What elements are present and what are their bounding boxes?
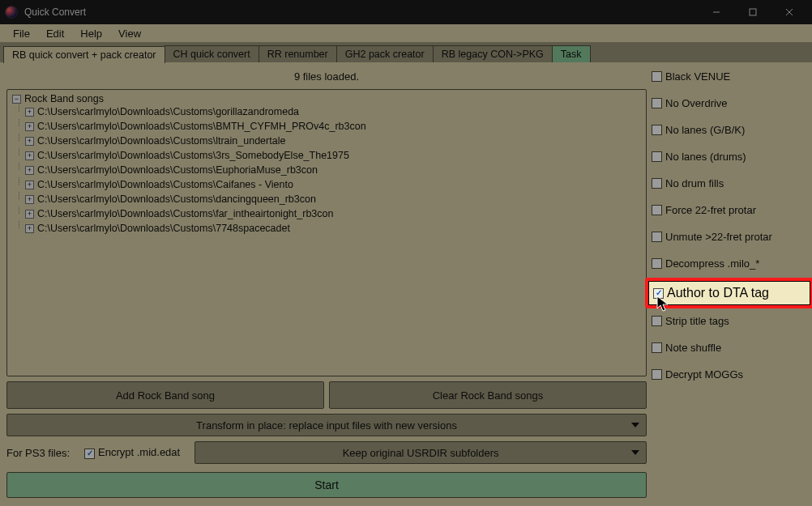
option-label: Note shuffle <box>665 342 721 354</box>
tree-view[interactable]: −Rock Band songs+C:\Users\carlmylo\Downl… <box>6 89 647 376</box>
tree-item[interactable]: +C:\Users\carlmylo\Downloads\Customs\ltr… <box>12 134 641 148</box>
tree-expand-icon[interactable]: + <box>25 166 34 175</box>
checkbox-force_22fret[interactable] <box>652 205 662 215</box>
maximize-button[interactable] <box>734 1 771 23</box>
option-label: Strip title tags <box>665 315 729 327</box>
option-no_lanes_drums[interactable]: No lanes (drums) <box>652 151 806 163</box>
tree-expand-icon[interactable]: + <box>25 122 34 131</box>
menu-view[interactable]: View <box>110 26 149 41</box>
subfolder-value: Keep original USRDIR subfolders <box>343 447 499 459</box>
tab-rb-legacy-con-pkg[interactable]: RB legacy CON->PKG <box>433 45 553 62</box>
option-label: No drum fills <box>665 177 724 189</box>
option-label: Unmute >22-fret protar <box>665 231 772 243</box>
checkbox-strip_title[interactable] <box>652 316 662 326</box>
option-label: No lanes (G/B/K) <box>665 124 745 136</box>
tree-item-label: C:\Users\carlmylo\Downloads\Customs\Caif… <box>37 177 293 192</box>
option-no_lanes_gbk[interactable]: No lanes (G/B/K) <box>652 124 806 136</box>
tree-expand-icon[interactable]: + <box>25 195 34 204</box>
tree-item[interactable]: +C:\Users\carlmylo\Downloads\Customs\Eup… <box>12 163 641 177</box>
menu-edit[interactable]: Edit <box>38 26 72 41</box>
tree-item[interactable]: +C:\Users\carlmylo\Downloads\Customs\Cai… <box>12 177 641 192</box>
tab-task[interactable]: Task <box>552 45 591 62</box>
tab-ch-quick-convert[interactable]: CH quick convert <box>165 45 259 62</box>
option-note_shuffle[interactable]: Note shuffle <box>652 342 806 354</box>
menu-file[interactable]: File <box>5 26 38 41</box>
tab-rr-renumber[interactable]: RR renumber <box>259 45 337 62</box>
app-icon <box>5 6 18 19</box>
option-label: No Overdrive <box>665 97 728 109</box>
option-no_drum_fills[interactable]: No drum fills <box>652 177 806 189</box>
transform-label: Transform in place: replace input files … <box>196 419 457 432</box>
encrypt-checkbox[interactable] <box>84 449 95 459</box>
tree-item-label: C:\Users\carlmylo\Downloads\Customs\gori… <box>37 104 299 119</box>
tree-expand-icon[interactable]: + <box>25 224 34 233</box>
checkbox-no_overdrive[interactable] <box>652 98 662 108</box>
option-no_overdrive[interactable]: No Overdrive <box>652 97 806 109</box>
tree-item[interactable]: +C:\Users\carlmylo\Downloads\Customs\3rs… <box>12 148 641 163</box>
titlebar: Quick Convert <box>0 0 812 24</box>
clear-songs-button[interactable]: Clear Rock Band songs <box>329 381 647 409</box>
option-decompress_milo[interactable]: Decompress .milo_* <box>652 257 806 270</box>
transform-dropdown[interactable]: Transform in place: replace input files … <box>6 414 647 436</box>
option-label: No lanes (drums) <box>665 151 746 163</box>
option-label: Author to DTA tag <box>667 286 769 300</box>
tree-item[interactable]: +C:\Users\carlmylo\Downloads\Customs\BMT… <box>12 119 641 134</box>
checkbox-black_venue[interactable] <box>652 71 662 82</box>
option-unmute_22fret[interactable]: Unmute >22-fret protar <box>652 231 806 243</box>
tree-item[interactable]: +C:\Users\carlmylo\Downloads\Customs\far… <box>12 206 641 221</box>
option-decrypt_moggs[interactable]: Decrypt MOGGs <box>652 368 806 381</box>
tree-expand-icon[interactable]: + <box>25 108 34 117</box>
tab-gh2-pack-creator[interactable]: GH2 pack creator <box>336 45 434 62</box>
option-label: Force 22-fret protar <box>665 204 756 216</box>
ps3-label: For PS3 files: <box>6 447 70 459</box>
start-button[interactable]: Start <box>6 472 647 498</box>
option-label: Decrypt MOGGs <box>665 368 743 381</box>
option-strip_title[interactable]: Strip title tags <box>652 315 806 327</box>
tree-expand-icon[interactable]: + <box>25 181 34 189</box>
encrypt-label: Encrypt .mid.edat <box>98 446 180 458</box>
add-song-button[interactable]: Add Rock Band song <box>6 381 324 409</box>
checkbox-decompress_milo[interactable] <box>652 258 662 269</box>
status-line: 9 files loaded. <box>6 67 647 84</box>
svg-rect-1 <box>750 9 756 15</box>
tree-expand-icon[interactable]: + <box>25 210 34 219</box>
tree-item-label: C:\Users\carlmylo\Downloads\Customs\Euph… <box>37 163 318 177</box>
menubar: File Edit Help View <box>0 24 812 42</box>
tree-expand-icon[interactable]: + <box>25 137 34 146</box>
window-title: Quick Convert <box>24 6 698 18</box>
minimize-button[interactable] <box>698 1 734 23</box>
menu-help[interactable]: Help <box>72 26 110 41</box>
close-button[interactable] <box>771 1 807 23</box>
tree-root-label: Rock Band songs <box>24 93 104 104</box>
checkbox-decrypt_moggs[interactable] <box>652 369 662 380</box>
encrypt-checkbox-row[interactable]: Encrypt .mid.edat <box>84 446 180 458</box>
tree-item[interactable]: +C:\Users\carlmylo\Downloads\Customs\dan… <box>12 192 641 206</box>
tree-expand-icon[interactable]: + <box>25 151 34 160</box>
subfolder-dropdown[interactable]: Keep original USRDIR subfolders <box>194 441 647 464</box>
tab-rb-quick-convert-pack-creator[interactable]: RB quick convert + pack creator <box>3 46 165 63</box>
checkbox-no_lanes_gbk[interactable] <box>652 125 662 135</box>
checkbox-no_lanes_drums[interactable] <box>652 151 662 162</box>
checkbox-note_shuffle[interactable] <box>652 342 662 353</box>
checkbox-unmute_22fret[interactable] <box>652 232 662 242</box>
option-label: Decompress .milo_* <box>665 257 759 270</box>
tree-item-label: C:\Users\carlmylo\Downloads\Customs\danc… <box>37 192 316 206</box>
tree-item-label: C:\Users\carlmylo\Downloads\Customs\far_… <box>37 206 333 221</box>
option-black_venue[interactable]: Black VENUE <box>652 70 806 83</box>
option-force_22fret[interactable]: Force 22-fret protar <box>652 204 806 216</box>
tree-item-label: C:\Users\carlmylo\Downloads\Customs\BMTH… <box>37 119 366 134</box>
tree-item-label: C:\Users\carlmylo\Downloads\Customs\3rs_… <box>37 148 349 163</box>
tab-strip: RB quick convert + pack creatorCH quick … <box>0 42 812 62</box>
tree-item-label: C:\Users\carlmylo\Downloads\Customs\7748… <box>37 221 290 236</box>
tree-item[interactable]: +C:\Users\carlmylo\Downloads\Customs\gor… <box>12 104 641 119</box>
checkbox-no_drum_fills[interactable] <box>652 178 662 189</box>
chevron-down-icon <box>631 450 639 455</box>
tree-item[interactable]: +C:\Users\carlmylo\Downloads\Customs\774… <box>12 221 641 236</box>
tree-collapse-icon[interactable]: − <box>12 95 21 104</box>
cursor-icon <box>656 296 671 313</box>
chevron-down-icon <box>631 423 639 427</box>
tree-item-label: C:\Users\carlmylo\Downloads\Customs\ltra… <box>37 134 285 148</box>
option-label: Black VENUE <box>665 70 730 83</box>
